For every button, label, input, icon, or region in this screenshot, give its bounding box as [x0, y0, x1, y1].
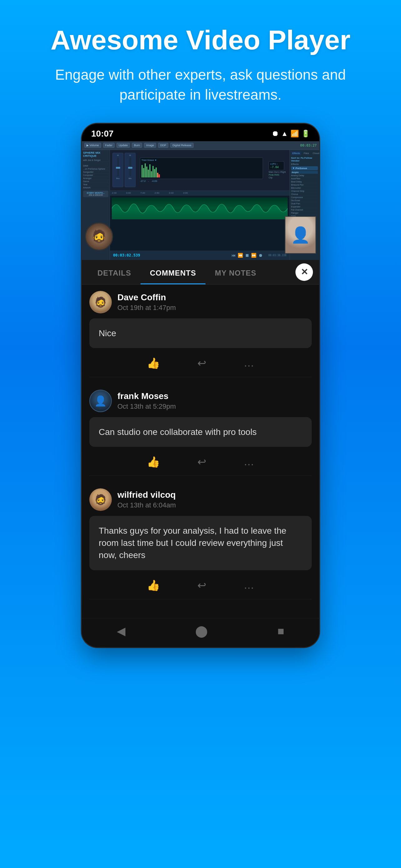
comment-timestamp: Oct 13th at 5:29pm [118, 402, 176, 410]
presenter-left-face: 🧔 [91, 229, 107, 244]
effect-chorus: Chorus [291, 193, 318, 196]
transport-play: ⏪ [238, 253, 243, 258]
mixer-ch-1: M Bus [112, 153, 123, 187]
daw-screenshot: ▶ Volume Fader Update Burn Image DDP Dig… [82, 141, 319, 260]
comment-timestamp: Oct 19th at 1:47pm [118, 304, 176, 312]
status-time: 10:07 [91, 129, 114, 139]
daw-track-4: Composer [83, 174, 108, 177]
comment-header: 🧔 Dave Coffin Oct 19th at 1:47pm [89, 291, 312, 313]
comment-header: 🧔 wilfried vilcoq Oct 13th at 6:04am [89, 488, 312, 511]
effect-channel-strip: Channel Strip [291, 190, 318, 193]
daw-track-3: Songwriter [83, 170, 108, 174]
comment-user-info: Dave Coffin Oct 19th at 1:47pm [118, 292, 176, 312]
daw-transport-time: 00:03:02.539 [113, 253, 140, 257]
comment-username: frank Moses [118, 391, 176, 401]
status-icons: ⏺ ▲ 📶 🔋 [272, 130, 310, 138]
comment-item: 🧔 wilfried vilcoq Oct 13th at 6:04am Tha… [89, 488, 312, 609]
comment-bubble: Nice [89, 318, 312, 348]
hero-title: Awesome Video Player [25, 25, 376, 55]
phone-mockup: 10:07 ⏺ ▲ 📶 🔋 ▶ Volume Fader Update Burn… [82, 124, 319, 647]
reply-button[interactable]: ↩ [197, 357, 206, 369]
navigation-bar: ◀ ⬤ ■ [82, 618, 319, 647]
tab-bar: DETAILS COMMENTS MY NOTES ✕ [82, 260, 319, 285]
tab-my-notes[interactable]: MY NOTES [205, 260, 266, 284]
more-button[interactable]: … [244, 456, 254, 468]
recording-icon: ⏺ [272, 130, 278, 138]
comment-bubble: Thanks guys for your analysis, I had to … [89, 516, 312, 570]
transport-record: ⏺ [258, 253, 263, 258]
daw-timer: 00:03:27 [300, 144, 317, 148]
daw-track-7: Year [83, 183, 108, 186]
comment-text: Nice [99, 329, 116, 338]
effect-autofilter: AutoFilter [291, 177, 318, 180]
hero-subtitle: Engage with other experts, ask questions… [25, 65, 376, 105]
reply-button[interactable]: ↩ [197, 456, 206, 468]
effect-beat-delay: Beat Delay [291, 180, 318, 183]
like-button[interactable]: 👍 [147, 579, 160, 591]
status-bar: 10:07 ⏺ ▲ 📶 🔋 [82, 124, 319, 141]
like-button[interactable]: 👍 [147, 357, 160, 369]
avatar: 🧔 [89, 291, 112, 313]
effect-fat-channel: Fat Channel [291, 208, 318, 212]
more-button[interactable]: … [244, 579, 254, 591]
comment-header: 👤 frank Moses Oct 13th at 5:29pm [89, 390, 312, 412]
more-button[interactable]: … [244, 357, 254, 369]
avatar-image: 👤 [90, 390, 111, 411]
daw-mixer: M Bus M Mix [110, 150, 290, 191]
presenter-right-overlay: 👤 [285, 216, 316, 254]
comment-item: 🧔 Dave Coffin Oct 19th at 1:47pm Nice 👍 … [89, 291, 312, 386]
tab-details[interactable]: DETAILS [88, 260, 140, 284]
close-button[interactable]: ✕ [295, 264, 313, 281]
daw-top-bar: ▶ Volume Fader Update Burn Image DDP Dig… [82, 141, 319, 150]
comment-text: Thanks guys for your analysis, I had to … [99, 526, 287, 560]
comment-actions: 👍 ↩ … [89, 353, 312, 377]
daw-track-1: DAW [83, 164, 108, 167]
daw-ddp-btn: DDP [158, 143, 168, 148]
daw-image-btn: Image [144, 143, 156, 148]
back-nav-button[interactable]: ◀ [117, 625, 126, 638]
daw-body: SPHERE MIX CRITIQUE with Joe & Gregor DA… [82, 150, 319, 260]
comment-text: Can studio one collaborate with pro tool… [99, 427, 257, 437]
comments-section: 🧔 Dave Coffin Oct 19th at 1:47pm Nice 👍 … [82, 285, 319, 618]
daw-volume-btn: ▶ Volume [84, 143, 101, 148]
reply-button[interactable]: ↩ [197, 579, 206, 591]
presenter-left-overlay: 🧔 [85, 222, 113, 251]
effect-ampire: Ampire [291, 171, 318, 174]
effect-analog-delay: Analog Delay [291, 174, 318, 177]
wifi-icon: ▲ [281, 130, 288, 138]
daw-sidebar-item: with Joe & Gregor [83, 159, 108, 162]
daw-burn-btn: Burn [132, 143, 142, 148]
daw-transport: 00:03:02.539 ⏮ ⏪ ⏹ ⏩ ⏺ 00:03:38.338 [110, 251, 290, 260]
avatar-image: 🧔 [89, 291, 112, 313]
like-button[interactable]: 👍 [147, 456, 160, 468]
daw-main: M Bus M Mix [110, 150, 290, 260]
effect-de-esser: De-Esser [291, 199, 318, 202]
transport-stop: ⏹ [245, 253, 249, 258]
daw-update-btn: Update [116, 143, 130, 148]
transport-forward: ⏩ [251, 253, 257, 258]
comment-username: Dave Coffin [118, 292, 176, 303]
daw-track-8: Artwork [83, 186, 108, 189]
daw-release-btn: Digital Release [170, 143, 194, 148]
comment-actions: 👍 ↩ … [89, 575, 312, 599]
tab-comments[interactable]: COMMENTS [140, 260, 205, 284]
daw-sidebar-title: SPHERE MIX CRITIQUE [83, 151, 108, 157]
avatar: 👤 [89, 390, 112, 412]
effect-bitcrusher: Bitcrusher [291, 187, 318, 190]
daw-track-2: ...on PreSonus Sphere [83, 167, 108, 170]
comment-item: 👤 frank Moses Oct 13th at 5:29pm Can stu… [89, 390, 312, 485]
effect-binaural-pan: Binaural Pan [291, 183, 318, 187]
daw-track-6: Genre [83, 180, 108, 183]
effect-compressor: Compressor [291, 196, 318, 199]
transport-prev: ⏮ [231, 253, 236, 258]
effect-flanger: Flanger [291, 212, 318, 215]
avatar: 🧔 [89, 488, 112, 511]
avatar-image: 🧔 [89, 488, 112, 511]
home-nav-button[interactable]: ⬤ [195, 625, 208, 638]
daw-fader-btn: Fader [103, 143, 115, 148]
video-area[interactable]: ▶ Volume Fader Update Burn Image DDP Dig… [82, 141, 319, 260]
recent-nav-button[interactable]: ■ [278, 625, 285, 638]
comment-timestamp: Oct 13th at 6:04am [118, 501, 176, 509]
comment-username: wilfried vilcoq [118, 490, 176, 500]
signal-icon: 📶 [291, 130, 299, 138]
